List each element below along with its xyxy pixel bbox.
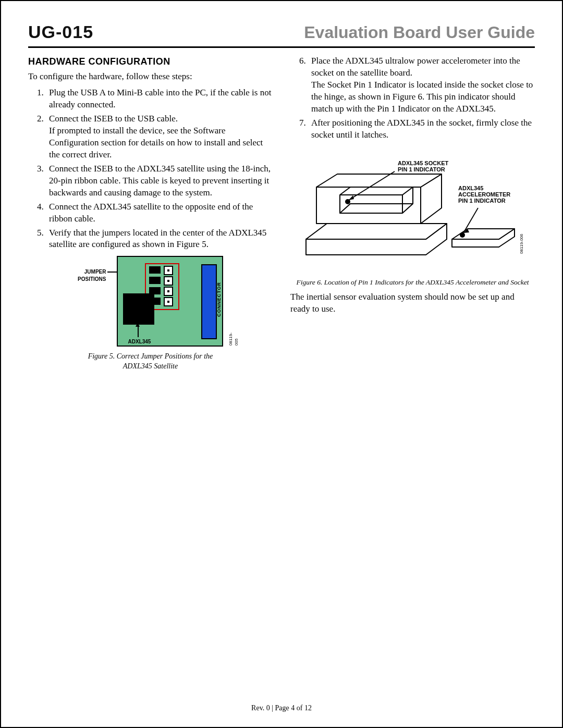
step-5: Verify that the jumpers located in the c… xyxy=(46,227,273,251)
adxl345-chip xyxy=(123,293,154,325)
steps-list-right: Place the ADXL345 ultralow power acceler… xyxy=(290,55,535,141)
step-6: Place the ADXL345 ultralow power acceler… xyxy=(308,55,535,115)
accel-pin1-label: ADXL345 ACCELEROMETER PIN 1 INDICATOR xyxy=(458,185,512,204)
ribbon-connector xyxy=(201,264,217,339)
document-code: UG-015 xyxy=(28,22,93,42)
figure-6-code-svg: 08119-006 xyxy=(519,233,524,254)
section-heading: HARDWARE CONFIGURATION xyxy=(28,55,273,68)
figure-6-caption: Figure 6. Location of Pin 1 Indicators f… xyxy=(290,278,535,287)
left-column: HARDWARE CONFIGURATION To configure the … xyxy=(28,55,273,372)
chip-label: ADXL345 xyxy=(128,338,151,346)
two-column-body: HARDWARE CONFIGURATION To configure the … xyxy=(28,55,535,372)
pin-4 xyxy=(164,297,173,306)
figure-5-code: 08119-005 xyxy=(228,333,240,346)
svg-marker-1 xyxy=(306,224,447,239)
page-header: UG-015 Evaluation Board User Guide xyxy=(28,22,535,48)
connector-label: CONNECTOR xyxy=(216,282,222,317)
figure-5: JUMPER POSITIONS xyxy=(75,256,226,372)
step-4: Connect the ADXL345 satellite to the opp… xyxy=(46,201,273,225)
jumper-2 xyxy=(149,277,161,284)
figure-6: ADXL345 SOCKET PIN 1 INDICATOR ADXL345 A… xyxy=(290,145,535,287)
arrowhead-up-icon xyxy=(136,323,140,327)
step-2: Connect the ISEB to the USB cable. If pr… xyxy=(46,113,273,161)
document-title: Evaluation Board User Guide xyxy=(304,23,535,42)
pin-2 xyxy=(164,276,173,286)
page: UG-015 Evaluation Board User Guide HARDW… xyxy=(0,0,563,728)
step-3: Connect the ISEB to the ADXL345 satellit… xyxy=(46,163,273,199)
intro-text: To configure the hardware, follow these … xyxy=(28,71,273,83)
step-7: After positioning the ADXL345 in the soc… xyxy=(308,117,535,141)
pin-3 xyxy=(164,287,173,296)
figure-6-svg: ADXL345 SOCKET PIN 1 INDICATOR ADXL345 A… xyxy=(290,145,530,276)
right-column: Place the ADXL345 ultralow power acceler… xyxy=(290,55,535,372)
socket-pin1-label: ADXL345 SOCKET PIN 1 INDICATOR xyxy=(398,160,450,172)
jumper-1 xyxy=(149,266,161,274)
pin-1 xyxy=(164,266,173,275)
chip-arrow-line xyxy=(138,326,139,337)
step-1: Plug the USB A to Mini-B cable into the … xyxy=(46,87,273,111)
closing-text: The inertial sensor evaluation system sh… xyxy=(290,291,535,315)
jumper-positions-label: JUMPER POSITIONS xyxy=(70,268,106,282)
svg-marker-4 xyxy=(316,174,442,187)
steps-list-left: Plug the USB A to Mini-B cable into the … xyxy=(28,87,273,251)
svg-point-12 xyxy=(460,233,464,237)
satellite-board: CONNECTOR ADXL345 xyxy=(117,256,223,347)
page-footer: Rev. 0 | Page 4 of 12 xyxy=(1,704,562,712)
figure-5-caption: Figure 5. Correct Jumper Positions for t… xyxy=(75,352,226,372)
